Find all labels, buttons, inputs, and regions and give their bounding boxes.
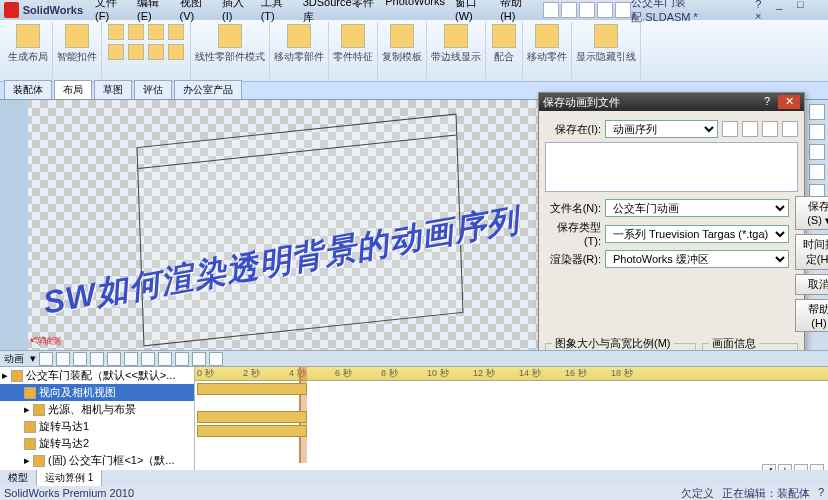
- tab-layout[interactable]: 布局: [54, 80, 92, 99]
- key-bar-motor2[interactable]: [197, 425, 307, 437]
- circle-icon[interactable]: [148, 24, 164, 40]
- save-in-label: 保存在(I):: [545, 122, 601, 137]
- ribbon-grp-0[interactable]: 生成布局: [4, 22, 53, 79]
- tree-frame[interactable]: ▸(固) 公交车门框<1>（默...: [0, 452, 194, 469]
- cancel-button[interactable]: 取消: [795, 274, 828, 295]
- loop-icon[interactable]: [124, 352, 138, 366]
- resources-icon[interactable]: [809, 104, 825, 120]
- save-button[interactable]: 保存(S) ▾: [795, 196, 828, 230]
- trim-icon[interactable]: [168, 44, 184, 60]
- motion-label: 动画: [4, 352, 24, 366]
- ribbon-grp-13[interactable]: 配合: [486, 22, 523, 79]
- motor-icon[interactable]: [158, 352, 172, 366]
- file-explorer-icon[interactable]: [809, 144, 825, 160]
- save-in-select[interactable]: 动画序列: [605, 120, 718, 138]
- viewport[interactable]: SW如何渲染透明背景的动画序列 ↙↗→ *等轴测: [0, 100, 540, 350]
- back-icon[interactable]: [722, 121, 738, 137]
- schedule-button[interactable]: 时间排定(H): [795, 234, 828, 270]
- rect-icon[interactable]: [128, 24, 144, 40]
- filename-input[interactable]: 公交车门动画: [605, 199, 789, 217]
- tab-assembly[interactable]: 装配体: [4, 80, 52, 99]
- newfolder-icon[interactable]: [762, 121, 778, 137]
- gravity-icon[interactable]: [209, 352, 223, 366]
- tab-evaluate[interactable]: 评估: [134, 80, 172, 99]
- sw-logo-icon: [4, 2, 19, 18]
- up-icon[interactable]: [742, 121, 758, 137]
- copy-icon: [390, 24, 414, 48]
- renderer-select[interactable]: PhotoWorks 缓冲区: [605, 250, 789, 268]
- close-button[interactable]: ×: [749, 10, 767, 22]
- tree-motor1[interactable]: 旋转马达1: [0, 418, 194, 435]
- min-button[interactable]: _: [770, 0, 788, 10]
- tree-camera[interactable]: 视向及相机视图: [0, 384, 194, 401]
- help-button[interactable]: ?: [749, 0, 767, 10]
- ribbon-sketch-tools[interactable]: [102, 22, 191, 79]
- filetype-select[interactable]: 一系列 Truevision Targas (*.tga): [605, 225, 789, 243]
- play-end-icon[interactable]: [107, 352, 121, 366]
- tick-2: 2 秒: [243, 367, 260, 380]
- play-icon[interactable]: [73, 352, 87, 366]
- text-icon[interactable]: [148, 44, 164, 60]
- tick-6: 6 秒: [335, 367, 352, 380]
- tab-office[interactable]: 办公室产品: [174, 80, 242, 99]
- ribbon-grp-10[interactable]: 带边线显示: [427, 22, 486, 79]
- dialog-titlebar[interactable]: 保存动画到文件 ? ✕: [539, 93, 804, 111]
- window-buttons: ? _ □ ×: [749, 0, 824, 22]
- spline-icon[interactable]: [108, 44, 124, 60]
- imgsize-legend: 图象大小与高宽比例(M): [552, 336, 674, 351]
- tab-sketch[interactable]: 草图: [94, 80, 132, 99]
- status-help-icon[interactable]: ?: [818, 486, 824, 501]
- view-palette-icon[interactable]: [809, 164, 825, 180]
- new-icon[interactable]: [543, 2, 559, 18]
- design-lib-icon[interactable]: [809, 124, 825, 140]
- movecomp-icon: [287, 24, 311, 48]
- ribbon-grp-14[interactable]: 移动零件: [523, 22, 572, 79]
- tick-12: 12 秒: [473, 367, 495, 380]
- open-icon[interactable]: [561, 2, 577, 18]
- line-icon[interactable]: [108, 24, 124, 40]
- arc-icon[interactable]: [168, 24, 184, 40]
- tick-14: 14 秒: [519, 367, 541, 380]
- ribbon-grp-9[interactable]: 复制模板: [378, 22, 427, 79]
- motion-tree[interactable]: ▸公交车门装配（默认<<默认>... 视向及相机视图 ▸光源、相机与布景 旋转马…: [0, 367, 195, 478]
- calc-icon[interactable]: [39, 352, 53, 366]
- play-start-icon[interactable]: [56, 352, 70, 366]
- timeline: ▸公交车门装配（默认<<默认>... 视向及相机视图 ▸光源、相机与布景 旋转马…: [0, 366, 828, 478]
- status-bar: SolidWorks Premium 2010 欠定义 正在编辑：装配体 ?: [0, 486, 828, 500]
- ribbon-grp-15[interactable]: 显示隐藏引线: [572, 22, 641, 79]
- tree-motor2[interactable]: 旋转马达2: [0, 435, 194, 452]
- print-icon[interactable]: [597, 2, 613, 18]
- key-bar-root[interactable]: [197, 383, 307, 395]
- viewmode-icon[interactable]: [782, 121, 798, 137]
- tree-root[interactable]: ▸公交车门装配（默认<<默认>...: [0, 367, 194, 384]
- file-list-area[interactable]: [545, 142, 798, 192]
- stop-icon[interactable]: [90, 352, 104, 366]
- point-icon[interactable]: [128, 44, 144, 60]
- feature-manager-collapsed[interactable]: [0, 100, 28, 350]
- save-icon[interactable]: [579, 2, 595, 18]
- contact-icon[interactable]: [192, 352, 206, 366]
- ribbon-grp-5[interactable]: 零件特征: [329, 22, 378, 79]
- ribbon-grp-1[interactable]: 智能扣件: [53, 22, 102, 79]
- lights-icon: [33, 404, 45, 416]
- help-button[interactable]: 帮助(H): [795, 299, 828, 332]
- time-ruler-head[interactable]: 0 秒 2 秒 4 秒 6 秒 8 秒 10 秒 12 秒 14 秒 16 秒 …: [195, 367, 828, 381]
- quick-toolbar: [543, 2, 631, 18]
- filetype-label: 保存类型(T):: [545, 220, 601, 247]
- options-icon[interactable]: [615, 2, 631, 18]
- timeline-ruler[interactable]: 0 秒 2 秒 4 秒 6 秒 8 秒 10 秒 12 秒 14 秒 16 秒 …: [195, 367, 828, 478]
- tree-lights[interactable]: ▸光源、相机与布景: [0, 401, 194, 418]
- renderer-label: 渲染器(R):: [545, 252, 601, 267]
- ribbon-grp-4[interactable]: 移动零部件: [270, 22, 329, 79]
- tab-model[interactable]: 模型: [0, 470, 37, 486]
- dialog-close-button[interactable]: ✕: [778, 95, 800, 109]
- partfeat-icon: [341, 24, 365, 48]
- key-bar-motor1[interactable]: [197, 411, 307, 423]
- dialog-help-button[interactable]: ?: [756, 95, 778, 109]
- motor-icon: [24, 421, 36, 433]
- tab-motionstudy[interactable]: 运动算例 1: [37, 470, 102, 486]
- max-button[interactable]: □: [791, 0, 809, 10]
- spring-icon[interactable]: [175, 352, 189, 366]
- save-anim-icon[interactable]: [141, 352, 155, 366]
- ribbon-grp-3[interactable]: 线性零部件模式: [191, 22, 270, 79]
